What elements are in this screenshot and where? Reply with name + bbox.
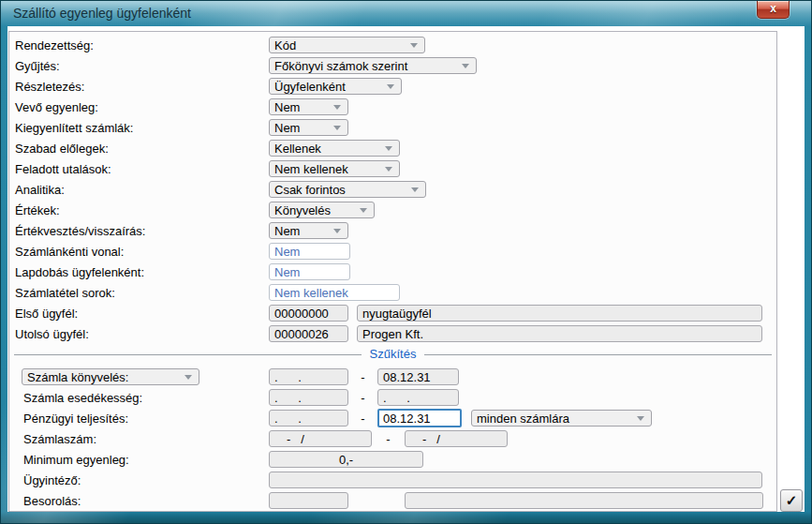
- filter-row-minimum-egyenleg: Minimum egyenleg: 0,-: [9, 449, 776, 470]
- szukites-divider: Szűkítés: [9, 344, 776, 367]
- field-value: 08.12.31: [383, 370, 431, 384]
- gyujtes-dropdown[interactable]: Főkönyvi számok szerint: [269, 57, 477, 74]
- field-value: Progen Kft.: [362, 327, 423, 341]
- chevron-down-icon: [410, 43, 418, 48]
- reszletezes-dropdown[interactable]: Ügyfelenként: [269, 78, 402, 95]
- form-row-szabad-elolegek: Szabad előlegek: Kellenek: [9, 138, 776, 158]
- szabad-elolegek-dropdown[interactable]: Kellenek: [269, 140, 400, 157]
- field-value: . .: [274, 391, 302, 405]
- form-row-gyujtes: Gyűjtés: Főkönyvi számok szerint: [9, 55, 776, 76]
- dropdown-value: Kód: [274, 38, 296, 52]
- form-row-vevo-egyenleg: Vevő egyenleg: Nem: [9, 97, 776, 117]
- ertekek-dropdown[interactable]: Könyvelés: [269, 202, 375, 218]
- chevron-down-icon: [637, 416, 644, 421]
- field-label: Vevő egyenleg:: [15, 100, 269, 114]
- field-label: Kiegyenlített számlák:: [15, 121, 269, 135]
- field-value: . .: [274, 412, 302, 426]
- field-value: 0,-: [339, 453, 353, 467]
- besorolas-code-field[interactable]: [269, 492, 348, 509]
- field-value: . .: [383, 391, 410, 405]
- chevron-down-icon: [333, 105, 341, 110]
- form-row-elso-ugyfel: Első ügyfél: 00000000 nyugtaügyfél: [9, 303, 776, 323]
- field-value: nyugtaügyfél: [362, 307, 432, 321]
- szamlankenti-vonal-field[interactable]: Nem: [269, 243, 350, 260]
- range-separator: -: [348, 370, 377, 384]
- form-row-lapdobas: Lapdobás ügyfelenként: Nem: [9, 262, 776, 282]
- chevron-down-icon: [387, 84, 394, 89]
- dialog-title: Szállító egyenleg ügyfelenként: [13, 6, 191, 21]
- form-row-szamlankenti-vonal: Számlánkénti vonal: Nem: [9, 241, 776, 262]
- form-row-analitika: Analitika: Csak forintos: [9, 179, 776, 200]
- close-button[interactable]: x: [757, 1, 790, 19]
- chevron-down-icon: [462, 64, 469, 68]
- szamla-konyveles-to-field[interactable]: 08.12.31: [377, 368, 459, 385]
- toggle-value: Nem: [274, 265, 300, 279]
- field-label: Gyűjtés:: [15, 59, 269, 73]
- szamlatetel-sorok-field[interactable]: Nem kellenek: [269, 284, 400, 301]
- dropdown-value: Ügyfelenként: [274, 80, 346, 94]
- dropdown-value: Nem: [274, 100, 300, 114]
- filter-row-szamla-konyveles: Számla könyvelés: . . - 08.12.31: [9, 367, 776, 387]
- elso-ugyfel-name-field[interactable]: nyugtaügyfél: [357, 305, 762, 322]
- field-value: . .: [274, 370, 302, 384]
- feladott-utalasok-dropdown[interactable]: Nem kellenek: [269, 160, 400, 177]
- field-label: Minimum egyenleg:: [23, 453, 269, 467]
- dropdown-value: Nem: [274, 121, 300, 135]
- range-separator: -: [348, 412, 377, 426]
- chevron-down-icon: [333, 126, 341, 130]
- chevron-down-icon: [385, 146, 392, 151]
- field-label: Rendezettség:: [15, 38, 269, 52]
- dropdown-value: Könyvelés: [274, 203, 331, 217]
- utolso-ugyfel-code-field[interactable]: 00000026: [269, 325, 348, 342]
- toggle-value: Nem kellenek: [274, 286, 348, 300]
- field-label: Részletezés:: [15, 80, 269, 94]
- field-label: Értékvesztés/visszaírás:: [15, 224, 269, 238]
- penzugyi-teljesites-to-field[interactable]: 08.12.31: [377, 409, 462, 427]
- elso-ugyfel-code-field[interactable]: 00000000: [269, 305, 348, 322]
- ugyintezo-field[interactable]: [269, 472, 762, 488]
- szamlaszam-to-field[interactable]: - /: [405, 430, 508, 447]
- chevron-down-icon: [333, 229, 341, 233]
- minimum-egyenleg-field[interactable]: 0,-: [269, 451, 423, 468]
- szamlaszam-from-field[interactable]: - /: [269, 430, 372, 447]
- field-label: Első ügyfél:: [15, 307, 269, 321]
- field-label: Számlánkénti vonal:: [15, 245, 269, 259]
- filter-row-penzugyi-teljesites: Pénzügyi teljesítés: . . - 08.12.31 mind…: [9, 408, 776, 428]
- analitika-dropdown[interactable]: Csak forintos: [269, 181, 426, 198]
- szukites-divider-label: Szűkítés: [362, 347, 425, 361]
- field-label: Pénzügyi teljesítés:: [23, 412, 269, 426]
- field-label: Számlaszám:: [23, 432, 269, 446]
- dropdown-value: Nem kellenek: [274, 162, 348, 176]
- form-row-kiegyenlitett: Kiegyenlített számlák: Nem: [9, 117, 776, 138]
- lapdobas-field[interactable]: Nem: [269, 263, 350, 280]
- filter-row-szamla-esedekesseg: Számla esedékesség: . . - . .: [9, 387, 776, 408]
- field-value: 08.12.31: [383, 412, 431, 426]
- form-row-reszletezes: Részletezés: Ügyfelenként: [9, 76, 776, 97]
- szamla-esedekesseg-from-field[interactable]: . .: [269, 389, 348, 406]
- field-label: Analitika:: [15, 183, 269, 197]
- field-value: 00000026: [274, 327, 329, 341]
- rendezettseg-dropdown[interactable]: Kód: [269, 37, 425, 53]
- field-label: Számlatétel sorok:: [15, 286, 269, 300]
- chevron-down-icon: [360, 208, 367, 213]
- confirm-button[interactable]: ✓: [780, 489, 803, 512]
- dropdown-value: Nem: [274, 224, 300, 238]
- penzugyi-scope-dropdown[interactable]: minden számlára: [471, 410, 652, 427]
- szamla-esedekesseg-to-field[interactable]: . .: [377, 389, 459, 406]
- szamla-konyveles-from-field[interactable]: . .: [269, 368, 348, 385]
- ertekvesztes-dropdown[interactable]: Nem: [269, 222, 348, 239]
- besorolas-name-field[interactable]: [405, 492, 763, 509]
- check-icon: ✓: [786, 492, 798, 509]
- dropdown-value: Csak forintos: [274, 183, 346, 197]
- szamla-konyveles-dropdown[interactable]: Számla könyvelés:: [22, 368, 199, 385]
- filter-row-szamlaszam: Számlaszám: - / - - /: [9, 428, 776, 449]
- field-label: Értékek:: [15, 203, 269, 217]
- utolso-ugyfel-name-field[interactable]: Progen Kft.: [357, 325, 762, 342]
- dropdown-value: Számla könyvelés:: [27, 370, 128, 384]
- dropdown-value: minden számlára: [477, 412, 569, 426]
- penzugyi-teljesites-from-field[interactable]: . .: [269, 410, 348, 427]
- kiegyenlitett-dropdown[interactable]: Nem: [269, 119, 348, 136]
- form-row-ertekek: Értékek: Könyvelés: [9, 200, 776, 220]
- form-row-feladott-utalasok: Feladott utalások: Nem kellenek: [9, 158, 776, 179]
- vevo-egyenleg-dropdown[interactable]: Nem: [269, 98, 348, 115]
